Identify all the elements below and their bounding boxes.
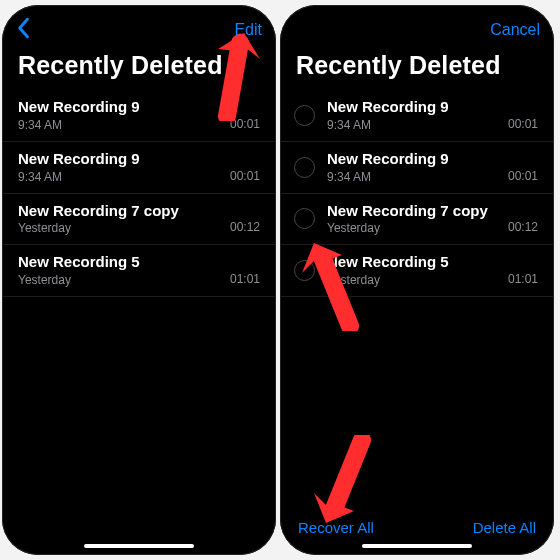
- recording-list: New Recording 99:34 AM 00:01 New Recordi…: [280, 90, 554, 509]
- list-item[interactable]: New Recording 7 copyYesterday 00:12: [280, 194, 554, 246]
- row-duration: 01:01: [230, 272, 260, 288]
- home-indicator: [84, 544, 194, 549]
- row-duration: 00:01: [230, 117, 260, 133]
- row-subtitle: 9:34 AM: [327, 170, 508, 185]
- phone-right: Cancel Recently Deleted New Recording 99…: [280, 5, 554, 555]
- nav-bar: Cancel: [280, 5, 554, 45]
- select-radio-icon[interactable]: [294, 260, 315, 281]
- list-item[interactable]: New Recording 99:34 AM 00:01: [280, 142, 554, 194]
- row-subtitle: 9:34 AM: [18, 118, 230, 133]
- row-subtitle: Yesterday: [18, 273, 230, 288]
- list-item[interactable]: New Recording 5Yesterday 01:01: [280, 245, 554, 297]
- row-title: New Recording 7 copy: [18, 202, 230, 221]
- cancel-button[interactable]: Cancel: [490, 21, 540, 39]
- page-title: Recently Deleted: [280, 45, 554, 90]
- select-radio-icon[interactable]: [294, 105, 315, 126]
- row-title: New Recording 9: [327, 98, 508, 117]
- row-title: New Recording 7 copy: [327, 202, 508, 221]
- row-duration: 00:01: [508, 169, 538, 185]
- row-subtitle: Yesterday: [18, 221, 230, 236]
- list-item[interactable]: New Recording 7 copyYesterday 00:12: [2, 194, 276, 246]
- row-duration: 00:01: [230, 169, 260, 185]
- row-duration: 00:12: [508, 220, 538, 236]
- select-radio-icon[interactable]: [294, 208, 315, 229]
- row-subtitle: 9:34 AM: [18, 170, 230, 185]
- row-title: New Recording 5: [18, 253, 230, 272]
- nav-bar: Edit: [2, 5, 276, 45]
- list-item[interactable]: New Recording 5Yesterday 01:01: [2, 245, 276, 297]
- row-subtitle: Yesterday: [327, 273, 508, 288]
- list-item[interactable]: New Recording 99:34 AM 00:01: [2, 142, 276, 194]
- list-item[interactable]: New Recording 99:34 AM 00:01: [2, 90, 276, 142]
- home-indicator: [362, 544, 472, 549]
- screen: Edit Recently Deleted New Recording 99:3…: [2, 5, 276, 555]
- recover-all-button[interactable]: Recover All: [298, 519, 374, 536]
- row-title: New Recording 9: [327, 150, 508, 169]
- row-subtitle: 9:34 AM: [327, 118, 508, 133]
- row-duration: 00:12: [230, 220, 260, 236]
- select-radio-icon[interactable]: [294, 157, 315, 178]
- bottom-toolbar: Recover All Delete All: [280, 509, 554, 544]
- delete-all-button[interactable]: Delete All: [473, 519, 536, 536]
- list-item[interactable]: New Recording 99:34 AM 00:01: [280, 90, 554, 142]
- row-title: New Recording 5: [327, 253, 508, 272]
- recording-list: New Recording 99:34 AM 00:01 New Recordi…: [2, 90, 276, 544]
- row-title: New Recording 9: [18, 98, 230, 117]
- phone-left: Edit Recently Deleted New Recording 99:3…: [2, 5, 276, 555]
- back-icon[interactable]: [16, 17, 30, 43]
- row-subtitle: Yesterday: [327, 221, 508, 236]
- edit-button[interactable]: Edit: [234, 21, 262, 39]
- row-duration: 01:01: [508, 272, 538, 288]
- row-title: New Recording 9: [18, 150, 230, 169]
- row-duration: 00:01: [508, 117, 538, 133]
- screen: Cancel Recently Deleted New Recording 99…: [280, 5, 554, 555]
- page-title: Recently Deleted: [2, 45, 276, 90]
